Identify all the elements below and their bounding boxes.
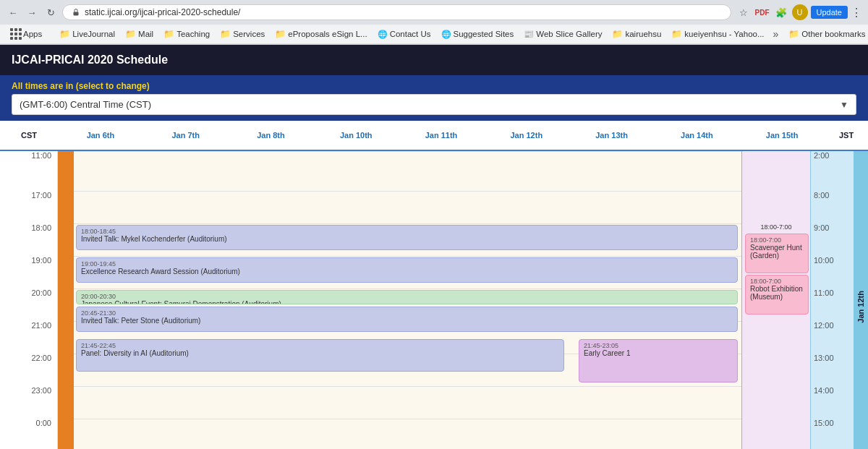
menu-button[interactable]: ⋮ bbox=[851, 6, 862, 20]
folder-icon: 📁 bbox=[612, 29, 623, 39]
bookmark-webslice[interactable]: 📰 Web Slice Gallery bbox=[519, 28, 606, 40]
event-title: Robot Exhibition (Museum) bbox=[750, 285, 803, 301]
day-jan15: Jan 15th bbox=[739, 125, 825, 145]
event-robot-exhibition[interactable]: 18:00-7:00 Robot Exhibition (Museum) bbox=[745, 275, 809, 315]
bookmark-label: Other bookmarks bbox=[801, 30, 865, 38]
event-invited-talk-stone[interactable]: 20:45-21:30 Invited Talk: Peter Stone (A… bbox=[76, 307, 738, 332]
jst-time-200: 2:00 bbox=[814, 151, 829, 160]
extended-time-label: 18:00-7:00 bbox=[742, 151, 810, 232]
jst-time-1300: 13:00 bbox=[814, 354, 834, 362]
page-header: IJCAI-PRICAI 2020 Schedule bbox=[0, 45, 868, 75]
bookmark-livejournal[interactable]: 📁 LiveJournal bbox=[55, 27, 119, 40]
timezone-selector[interactable]: (GMT-6:00) Central Time (CST) ▼ bbox=[12, 94, 856, 115]
event-time: 18:00-7:00 bbox=[750, 236, 804, 244]
update-button[interactable]: Update bbox=[811, 6, 848, 19]
timezone-bar: All times are in (select to change) (GMT… bbox=[0, 75, 868, 121]
lock-icon bbox=[72, 8, 80, 17]
folder-icon: 📁 bbox=[59, 29, 70, 39]
folder-icon: 📁 bbox=[275, 29, 286, 39]
event-scavenger-hunt[interactable]: 18:00-7:00 Scavenger Hunt (Garden) bbox=[745, 234, 809, 273]
jst-header: JST bbox=[825, 125, 868, 145]
globe-icon: 🌐 bbox=[441, 30, 451, 39]
bookmark-other[interactable]: 📁 Other bookmarks bbox=[784, 27, 868, 40]
schedule-container: CST Jan 6th Jan 7th Jan 8th Jan 10th Jan… bbox=[0, 121, 868, 449]
day-jan14: Jan 14th bbox=[654, 125, 739, 145]
event-time: 21:45-22:45 bbox=[81, 342, 559, 349]
day-jan6: Jan 6th bbox=[58, 125, 143, 145]
extensions-button[interactable]: 🧩 bbox=[773, 4, 789, 20]
event-time: 20:00-20:30 bbox=[81, 293, 733, 300]
page-title: IJCAI-PRICAI 2020 Schedule bbox=[12, 54, 168, 66]
rss-icon: 📰 bbox=[524, 30, 534, 39]
more-bookmarks-button[interactable]: » bbox=[770, 28, 782, 40]
day-jan10: Jan 10th bbox=[313, 125, 399, 145]
bookmarks-bar: Apps 📁 LiveJournal 📁 Mail 📁 Teaching 📁 S… bbox=[0, 25, 868, 44]
bookmark-label: Contact Us bbox=[390, 30, 431, 38]
event-excellence-research[interactable]: 19:00-19:45 Excellence Research Award Se… bbox=[76, 257, 738, 283]
folder-icon: 📁 bbox=[220, 29, 231, 39]
jst-time-800: 8:00 bbox=[814, 191, 829, 200]
reload-button[interactable]: ↻ bbox=[43, 5, 58, 20]
days-header: CST Jan 6th Jan 7th Jan 8th Jan 10th Jan… bbox=[0, 121, 868, 151]
folder-icon: 📁 bbox=[671, 29, 682, 39]
apps-label: Apps bbox=[23, 30, 42, 38]
apps-bookmark[interactable]: Apps bbox=[6, 27, 46, 41]
day-jan11: Jan 11th bbox=[399, 125, 484, 145]
jst-time-1400: 14:00 bbox=[814, 386, 834, 395]
event-panel-diversity[interactable]: 21:45-22:45 Panel: Diversity in AI (Audi… bbox=[76, 339, 564, 372]
event-japanese-cultural[interactable]: 20:00-20:30 Japanese Cultural Event: Sam… bbox=[76, 290, 738, 304]
jst-time-1000: 10:00 bbox=[814, 256, 834, 265]
bookmark-kairuehsu[interactable]: 📁 kairuehsu bbox=[608, 27, 665, 40]
globe-icon: 🌐 bbox=[378, 30, 388, 39]
bookmark-label: Suggested Sites bbox=[454, 30, 514, 38]
hour-line-20 bbox=[58, 288, 810, 289]
jst-time-1500: 15:00 bbox=[814, 419, 834, 427]
bookmark-services[interactable]: 📁 Services bbox=[216, 27, 269, 40]
event-title: Invited Talk: Mykel Kochenderfer (Audito… bbox=[81, 235, 227, 243]
star-button[interactable]: ☆ bbox=[736, 4, 752, 20]
time-1800: 18:00 bbox=[31, 223, 51, 232]
browser-toolbar: ← → ↻ static.ijcai.org/ijcai-pricai-2020… bbox=[0, 0, 868, 25]
bookmark-kueiyenhsu[interactable]: 📁 kueiyenhsu - Yahoo... bbox=[667, 27, 768, 40]
time-0000: 0:00 bbox=[36, 419, 51, 427]
event-time: 21:45-23:05 bbox=[584, 342, 733, 349]
back-button[interactable]: ← bbox=[6, 5, 20, 20]
browser-chrome: ← → ↻ static.ijcai.org/ijcai-pricai-2020… bbox=[0, 0, 868, 45]
event-time: 19:00-19:45 bbox=[81, 260, 733, 268]
bookmark-mail[interactable]: 📁 Mail bbox=[121, 27, 158, 40]
day-jan12: Jan 12th bbox=[484, 125, 569, 145]
event-time: 18:00-7:00 bbox=[750, 278, 804, 285]
bookmark-label: kairuehsu bbox=[625, 30, 661, 38]
bookmark-label: LiveJournal bbox=[72, 30, 115, 38]
time-1900: 19:00 bbox=[31, 256, 51, 265]
cst-header: CST bbox=[0, 125, 58, 145]
pdf-button[interactable]: PDF bbox=[754, 4, 770, 20]
folder-icon: 📁 bbox=[125, 29, 136, 39]
timezone-prompt: All times are in (select to change) bbox=[12, 81, 856, 91]
event-title: Japanese Cultural Event: Samurai Demonst… bbox=[81, 300, 281, 304]
jst-time-1100: 11:00 bbox=[814, 288, 834, 297]
bookmark-suggested[interactable]: 🌐 Suggested Sites bbox=[437, 28, 519, 40]
folder-icon: 📁 bbox=[163, 29, 174, 39]
event-title: Panel: Diversity in AI (Auditorium) bbox=[81, 349, 189, 357]
bookmark-eproposals[interactable]: 📁 eProposals eSign L... bbox=[271, 27, 371, 40]
address-bar[interactable]: static.ijcai.org/ijcai-pricai-2020-sched… bbox=[62, 4, 731, 20]
hour-line-19 bbox=[58, 256, 810, 257]
event-time: 20:45-21:30 bbox=[81, 309, 733, 317]
time-col-jst: 2:00 8:00 9:00 10:00 11:00 12:00 13:00 1… bbox=[810, 151, 854, 449]
day-jan13: Jan 13th bbox=[569, 125, 655, 145]
time-1700: 17:00 bbox=[31, 191, 51, 200]
jst-vertical-label: Jan 12th bbox=[856, 291, 865, 323]
bookmark-contactus[interactable]: 🌐 Contact Us bbox=[373, 28, 435, 40]
jst-time-900: 9:00 bbox=[814, 223, 829, 232]
time-1100: 11:00 bbox=[31, 151, 51, 160]
event-time: 18:00-18:45 bbox=[81, 228, 733, 235]
day-jan8: Jan 8th bbox=[229, 125, 314, 145]
time-2000: 20:00 bbox=[31, 288, 51, 297]
event-early-career[interactable]: 21:45-23:05 Early Career 1 bbox=[579, 339, 738, 382]
jan6-orange-bar bbox=[58, 151, 74, 449]
bookmark-teaching[interactable]: 📁 Teaching bbox=[159, 27, 214, 40]
event-invited-talk-kochenderfer[interactable]: 18:00-18:45 Invited Talk: Mykel Kochende… bbox=[76, 225, 738, 250]
bookmark-label: Mail bbox=[138, 30, 153, 38]
forward-button[interactable]: → bbox=[25, 5, 39, 20]
